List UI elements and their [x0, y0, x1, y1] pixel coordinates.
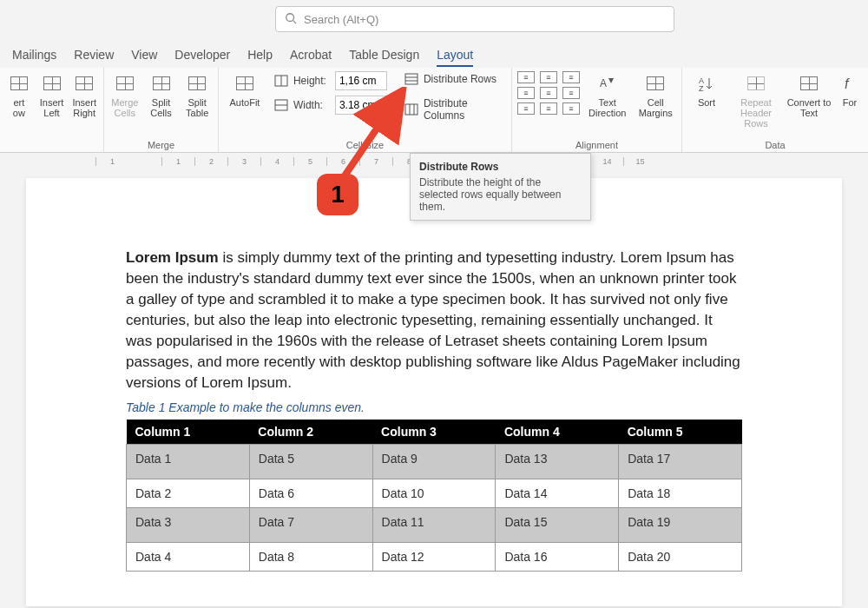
split-cells-button[interactable]: Split Cells — [146, 71, 177, 118]
table-cell[interactable]: Data 18 — [619, 479, 742, 508]
formula-button[interactable]: fFor — [837, 71, 863, 108]
tab-developer[interactable]: Developer — [174, 48, 230, 67]
table-header[interactable]: Column 1 — [127, 420, 250, 445]
height-icon — [274, 75, 290, 87]
alignment-group-label: Alignment — [517, 140, 676, 150]
insert-left-button[interactable]: Insert Left — [38, 71, 66, 118]
document-page: Lorem Ipsum is simply dummy text of the … — [26, 178, 842, 606]
width-input[interactable] — [335, 96, 387, 115]
width-icon — [274, 99, 290, 111]
table-header[interactable]: Column 3 — [372, 420, 496, 445]
merge-group-label: Merge — [109, 140, 213, 150]
table-cell[interactable]: Data 4 — [127, 543, 250, 572]
tooltip-body: Distribute the height of the selected ro… — [419, 176, 582, 213]
repeat-header-rows-button: Repeat Header Rows — [731, 71, 781, 129]
distribute-rows-icon — [404, 73, 418, 85]
tab-table-design[interactable]: Table Design — [349, 48, 419, 67]
table-cell[interactable]: Data 3 — [127, 508, 250, 543]
search-icon — [285, 12, 297, 27]
body-paragraph: Lorem Ipsum is simply dummy text of the … — [126, 248, 742, 393]
table-row[interactable]: Data 1Data 5Data 9Data 13Data 17 — [127, 445, 742, 479]
table-header[interactable]: Column 4 — [496, 420, 619, 445]
tab-acrobat[interactable]: Acrobat — [290, 48, 332, 67]
table-cell[interactable]: Data 12 — [372, 543, 496, 572]
table-header[interactable]: Column 2 — [249, 420, 372, 445]
svg-rect-9 — [405, 104, 418, 115]
row-height-field[interactable]: Height: — [274, 71, 387, 90]
ribbon-tabs: MailingsReviewViewDeveloperHelpAcrobatTa… — [0, 48, 473, 67]
tab-view[interactable]: View — [131, 48, 157, 67]
table-cell[interactable]: Data 5 — [249, 445, 372, 479]
ribbon: ertow Insert Left Insert Right Merge Cel… — [0, 68, 868, 153]
table-cell[interactable]: Data 11 — [372, 508, 496, 543]
column-width-field[interactable]: Width: — [274, 96, 387, 115]
tooltip-title: Distribute Rows — [419, 161, 582, 173]
cell-size-group-label: Cell Size — [224, 140, 506, 150]
split-table-button[interactable]: Split Table — [181, 71, 213, 118]
table-cell[interactable]: Data 14 — [496, 479, 619, 508]
search-placeholder: Search (Alt+Q) — [304, 13, 378, 26]
table-cell[interactable]: Data 16 — [496, 543, 619, 572]
alignment-grid[interactable]: ≡≡≡ ≡≡≡ ≡≡≡ — [517, 71, 580, 115]
tab-review[interactable]: Review — [74, 48, 114, 67]
table-row[interactable]: Data 4Data 8Data 12Data 16Data 20 — [127, 543, 742, 572]
tab-mailings[interactable]: Mailings — [12, 48, 56, 67]
table-cell[interactable]: Data 19 — [619, 508, 742, 543]
svg-text:A: A — [600, 77, 607, 89]
cell-margins-button[interactable]: Cell Margins — [635, 71, 676, 118]
height-input[interactable] — [335, 71, 387, 90]
sort-icon: AZ — [696, 73, 717, 94]
autofit-button[interactable]: AutoFit — [224, 71, 266, 108]
insert-right-button[interactable]: Insert Right — [70, 71, 98, 118]
table-cell[interactable]: Data 6 — [249, 479, 372, 508]
table-header[interactable]: Column 5 — [619, 420, 742, 445]
text-direction-button[interactable]: AText Direction — [585, 71, 629, 118]
distribute-rows-tooltip: Distribute Rows Distribute the height of… — [410, 153, 591, 221]
distribute-columns-button[interactable]: Distribute Columns — [401, 96, 506, 123]
table-cell[interactable]: Data 20 — [619, 543, 742, 572]
tab-layout[interactable]: Layout — [437, 48, 473, 67]
svg-point-0 — [286, 13, 294, 21]
merge-cells-button: Merge Cells — [109, 71, 141, 118]
svg-rect-6 — [405, 74, 418, 84]
svg-text:Z: Z — [699, 84, 704, 92]
tab-help[interactable]: Help — [247, 48, 273, 67]
distribute-columns-icon — [404, 103, 418, 116]
convert-to-text-button[interactable]: Convert to Text — [786, 71, 832, 118]
table-caption: Table 1 Example to make the columns even… — [126, 400, 742, 414]
search-box[interactable]: Search (Alt+Q) — [275, 6, 674, 32]
table-cell[interactable]: Data 13 — [496, 445, 619, 479]
annotation-badge: 1 — [317, 174, 358, 215]
table-row[interactable]: Data 3Data 7Data 11Data 15Data 19 — [127, 508, 742, 543]
table-cell[interactable]: Data 7 — [249, 508, 372, 543]
text-direction-icon: A — [597, 73, 618, 94]
table-cell[interactable]: Data 17 — [619, 445, 742, 479]
sort-button[interactable]: AZSort — [687, 71, 726, 108]
insert-above-button[interactable]: ertow — [5, 71, 33, 118]
table-row[interactable]: Data 2Data 6Data 10Data 14Data 18 — [127, 479, 742, 508]
svg-text:f: f — [845, 76, 850, 91]
table-cell[interactable]: Data 1 — [127, 445, 250, 479]
table-cell[interactable]: Data 9 — [372, 445, 496, 479]
table-cell[interactable]: Data 15 — [496, 508, 619, 543]
svg-line-1 — [293, 20, 297, 23]
table-cell[interactable]: Data 2 — [127, 479, 250, 508]
example-table[interactable]: Column 1Column 2Column 3Column 4Column 5… — [126, 420, 742, 572]
formula-icon: f — [839, 73, 860, 94]
distribute-rows-button[interactable]: Distribute Rows — [401, 71, 506, 87]
table-cell[interactable]: Data 10 — [372, 479, 496, 508]
data-group-label: Data — [687, 140, 863, 150]
table-cell[interactable]: Data 8 — [249, 543, 372, 572]
